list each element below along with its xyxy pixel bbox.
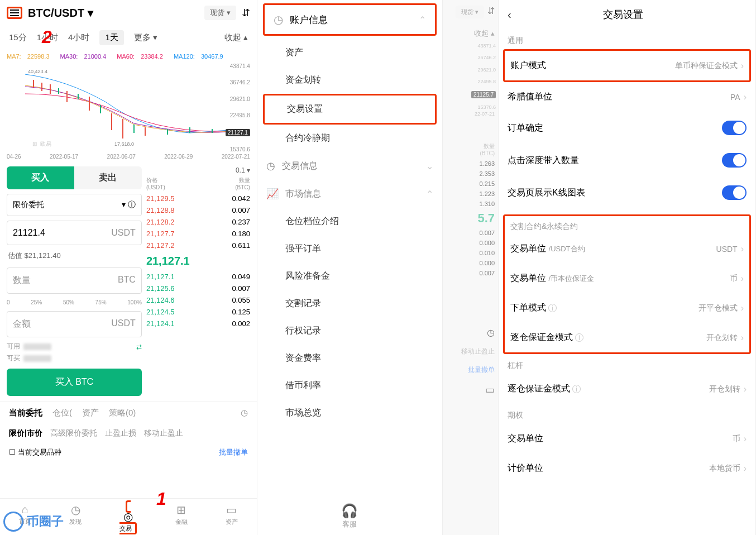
bid-row[interactable]: 21,125.60.007: [146, 283, 250, 294]
tab-orders[interactable]: 当前委托: [9, 408, 42, 418]
account-info-header[interactable]: ◷ 账户信息 ⌃: [263, 3, 437, 36]
subtab-trailing[interactable]: 移动止盈止: [144, 428, 183, 438]
chevron-right-icon: ›: [741, 61, 744, 71]
current-symbol-checkbox[interactable]: ☐ 当前交易品种: [9, 447, 61, 457]
bid-row[interactable]: 0.007: [443, 228, 498, 238]
market-type-pill[interactable]: 现货 ▾: [456, 6, 484, 18]
row-order-mode[interactable]: 下单模式i 开平仓模式 ›: [505, 293, 749, 323]
tf-4h[interactable]: 4小时: [68, 32, 89, 43]
bid-row[interactable]: 21,127.10.049: [146, 271, 250, 283]
menu-insurance[interactable]: 风险准备金: [257, 262, 442, 290]
toggle-switch[interactable]: [722, 185, 747, 200]
bid-row[interactable]: 0.000: [443, 258, 498, 268]
row-quote-unit[interactable]: 计价单位 本地货币 ›: [499, 453, 755, 483]
batch-cancel-link[interactable]: 批量撤单: [219, 447, 248, 457]
price-input[interactable]: 21121.4 USDT: [7, 221, 142, 245]
ask-row[interactable]: 21,128.80.007: [146, 204, 250, 216]
tab-assets[interactable]: 资产: [82, 408, 99, 418]
info-icon[interactable]: i: [572, 385, 581, 393]
order-type-select[interactable]: 限价委托▾ ⓘ: [7, 194, 142, 216]
menu-transfer[interactable]: 资金划转: [257, 66, 442, 94]
percentage-slider[interactable]: 025% 50%75% 100%: [7, 297, 142, 311]
ask-row[interactable]: 21,128.20.237: [146, 216, 250, 228]
row-trade-unit-coin[interactable]: 交易单位 /币本位保证金 币 ›: [505, 264, 749, 293]
amount-input[interactable]: 金额USDT: [7, 311, 142, 337]
ask-row[interactable]: 21,127.20.611: [146, 240, 250, 251]
menu-funding[interactable]: 资金费率: [257, 345, 442, 372]
menu-trade-settings[interactable]: 交易设置: [263, 94, 437, 125]
subtab-stop[interactable]: 止盈止损: [105, 428, 136, 438]
bid-row[interactable]: 0.000: [443, 238, 498, 248]
info-icon[interactable]: i: [548, 304, 557, 312]
menu-cooling[interactable]: 合约冷静期: [257, 125, 442, 152]
ask-row[interactable]: 0.215: [443, 179, 498, 189]
nav-assets[interactable]: ▭资产: [226, 503, 238, 533]
buy-button[interactable]: 买入 BTC: [7, 369, 142, 396]
ask-row[interactable]: 2.353: [443, 169, 498, 179]
collapse-chart[interactable]: 收起 ▴: [224, 32, 248, 43]
collapse-chart[interactable]: 收起 ▴: [443, 24, 498, 43]
info-icon[interactable]: i: [575, 333, 583, 342]
customer-service[interactable]: 🎧 客服: [257, 503, 442, 529]
menu-delivery[interactable]: 交割记录: [257, 290, 442, 317]
ask-row[interactable]: 1.223: [443, 189, 498, 199]
pair-selector[interactable]: BTC/USDT ▾: [28, 6, 199, 20]
row-isolated-margin[interactable]: 逐仓保证金模式i 开仓划转 ›: [505, 323, 749, 352]
history-icon[interactable]: ◷: [443, 323, 498, 342]
tf-1d[interactable]: 1天: [99, 30, 123, 45]
market-type-pill[interactable]: 现货 ▾: [204, 6, 236, 20]
chart-settings-icon[interactable]: ⇵: [242, 7, 250, 19]
buy-tab[interactable]: 买入: [7, 166, 74, 189]
quantity-input[interactable]: 数量BTC: [7, 268, 142, 294]
nav-trade[interactable]: ◎交易: [119, 503, 137, 533]
bid-row[interactable]: 21,124.10.002: [146, 318, 250, 329]
toggle-switch[interactable]: [722, 121, 747, 135]
menu-liquidation[interactable]: 强平订单: [257, 235, 442, 262]
back-icon[interactable]: ‹: [508, 8, 511, 21]
row-greek-unit[interactable]: 希腊值单位 PA ›: [499, 82, 755, 112]
tf-more[interactable]: 更多 ▾: [134, 32, 157, 43]
trade-info-section[interactable]: ◷ 交易信息 ⌄: [257, 152, 442, 180]
tab-positions[interactable]: 仓位(: [52, 408, 72, 418]
wallet-icon[interactable]: ▭: [443, 379, 498, 400]
row-order-confirm[interactable]: 订单确定: [499, 112, 755, 144]
row-show-kline[interactable]: 交易页展示K线图表: [499, 176, 755, 209]
menu-position-tier[interactable]: 仓位档位介绍: [257, 208, 442, 235]
menu-assets[interactable]: 资产: [257, 39, 442, 66]
history-icon[interactable]: ◷: [241, 408, 248, 418]
row-trade-unit-usdt[interactable]: 交易单位 /USDT合约 USDT ›: [505, 234, 749, 264]
menu-overview[interactable]: 市场总览: [257, 399, 442, 427]
row-option-unit[interactable]: 交易单位 币 ›: [499, 424, 755, 453]
nav-discover[interactable]: ◷发现: [69, 503, 82, 533]
available-row: 可用 ⇄: [7, 341, 142, 352]
row-isolated-margin-lev[interactable]: 逐仓保证金模式i 开仓划转 ›: [499, 374, 755, 404]
sell-tab[interactable]: 卖出: [74, 166, 142, 189]
menu-icon[interactable]: [7, 7, 22, 19]
menu-borrow-rate[interactable]: 借币利率: [257, 372, 442, 399]
candlestick-chart[interactable]: 40,423.4 17,618.0 ⊞ 欧易 43871.4 3: [4, 63, 252, 152]
x-axis-labels: 04-262022-05-17 2022-06-072022-06-29 202…: [0, 152, 257, 161]
tab-strategy[interactable]: 策略(0): [109, 408, 136, 418]
nav-finance[interactable]: ⊞金融: [175, 503, 188, 533]
row-account-mode[interactable]: 账户模式 单币种保证金模式 ›: [505, 51, 749, 80]
ask-row[interactable]: 1.310: [443, 199, 498, 209]
batch-cancel-link[interactable]: 批量撤单: [443, 361, 498, 379]
ask-row[interactable]: 1.263: [443, 159, 498, 169]
toggle-switch[interactable]: [722, 153, 747, 168]
annotation-1: 1: [156, 489, 166, 509]
ask-row[interactable]: 21,127.70.180: [146, 228, 250, 240]
subtab-advanced[interactable]: 高级限价委托: [50, 428, 97, 438]
orderbook-step[interactable]: 0.1 ▾: [146, 166, 250, 176]
bid-row[interactable]: 0.007: [443, 268, 498, 278]
bid-row[interactable]: 0.010: [443, 248, 498, 258]
market-info-section[interactable]: 📈 市场信息 ⌃: [257, 180, 442, 208]
chart-settings-icon[interactable]: ⇵: [487, 6, 495, 18]
bid-row[interactable]: 21,124.60.055: [146, 294, 250, 306]
ask-row[interactable]: 21,129.50.042: [146, 193, 250, 204]
tf-15m[interactable]: 15分: [9, 32, 27, 43]
menu-exercise[interactable]: 行权记录: [257, 317, 442, 345]
swap-icon[interactable]: ⇄: [136, 343, 142, 351]
subtab-limit[interactable]: 限价|市价: [9, 428, 42, 438]
row-depth-qty[interactable]: 点击深度带入数量: [499, 144, 755, 176]
bid-row[interactable]: 21,124.50.125: [146, 306, 250, 318]
